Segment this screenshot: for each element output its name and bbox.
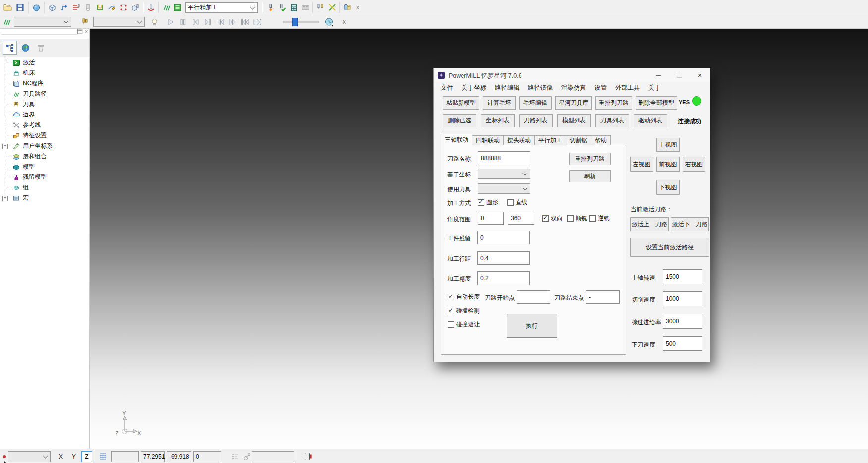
clock-icon[interactable] (323, 16, 334, 27)
pane-grip[interactable] (1, 31, 77, 35)
close-button[interactable]: × (693, 71, 707, 80)
paste-new-model-button[interactable]: 粘贴新模型 (443, 96, 479, 110)
menu-file[interactable]: 文件 (441, 84, 453, 92)
set-active-path-button[interactable]: 设置当前激活路径 (630, 238, 709, 257)
coord-list-button[interactable]: 坐标列表 (481, 114, 515, 127)
stock-edit-button[interactable]: 毛坯编辑 (519, 96, 552, 110)
activate-prev-toolpath-button[interactable]: 激活上一刀路 (630, 217, 669, 232)
stock-remain-input[interactable]: 0 (477, 231, 530, 244)
axis-y-button[interactable]: Y (68, 451, 79, 462)
fast-forward-icon[interactable] (227, 16, 238, 27)
menu-settings[interactable]: 设置 (594, 84, 607, 92)
tree-item-reference-line[interactable]: 参考线 (0, 120, 89, 130)
delete-all-models-button[interactable]: 删除全部模型 (636, 96, 677, 110)
sim-tool-select[interactable] (93, 17, 145, 27)
tree-item-workplane[interactable]: +用户坐标系 (0, 141, 89, 151)
maximize-button[interactable] (672, 71, 687, 80)
tool-check-icon[interactable] (277, 2, 288, 13)
menu-about[interactable]: 关于 (648, 84, 661, 92)
tree-item-activate[interactable]: 激活 (0, 58, 89, 68)
expand-toggle[interactable]: + (2, 196, 8, 201)
model-list-button[interactable]: 模型列表 (557, 114, 591, 127)
view-bottom-button[interactable]: 下视图 (656, 180, 680, 195)
angle-from-input[interactable]: 0 (478, 212, 504, 225)
stepover-input[interactable]: 0.4 (477, 251, 530, 265)
menu-path-edit[interactable]: 路径编辑 (495, 84, 520, 92)
end-point-input[interactable]: - (586, 290, 620, 304)
tab-parallel[interactable]: 平行加工 (534, 135, 566, 145)
tab-4axis[interactable]: 四轴联动 (472, 135, 504, 145)
plunge-speed-input[interactable]: 500 (663, 336, 702, 351)
view-top-button[interactable]: 上视图 (656, 138, 680, 152)
step-forward-icon[interactable] (202, 16, 213, 27)
collision-icon[interactable] (265, 2, 276, 13)
axis-z-button[interactable]: Z (81, 451, 92, 462)
strategy-list-icon[interactable] (172, 2, 183, 13)
tree-item-nc-program[interactable]: NC程序 (0, 78, 89, 89)
cylinders-icon[interactable] (342, 2, 352, 13)
collision-avoid-checkbox[interactable]: 碰撞避让 (448, 320, 480, 329)
minimize-button[interactable] (651, 71, 666, 80)
tree-view-icon[interactable] (3, 41, 17, 55)
tree-item-levels-sets[interactable]: 层和组合 (0, 151, 89, 162)
drive-list-button[interactable]: 驱动列表 (634, 114, 667, 127)
block-tool-icon[interactable] (130, 2, 141, 13)
toolbar-close-icon[interactable]: x (340, 18, 348, 26)
status-extra-field[interactable] (252, 451, 294, 462)
block-icon[interactable] (47, 2, 58, 13)
coord-z-field[interactable]: 0 (193, 451, 221, 462)
coord-y-field[interactable]: -69.918 (167, 451, 191, 462)
rapid-feed-input[interactable]: 3000 (663, 314, 702, 329)
menu-path-mirror[interactable]: 路径镜像 (528, 84, 553, 92)
toolpath-list-button[interactable]: 刀路列表 (519, 114, 553, 127)
tree-item-macro[interactable]: +宏 (0, 193, 89, 203)
status-left-select[interactable] (8, 451, 51, 462)
skip-end-icon[interactable] (252, 16, 263, 27)
toolpath-icon[interactable] (1, 16, 12, 27)
activate-next-toolpath-button[interactable]: 激活下一刀路 (671, 217, 709, 232)
snap-field[interactable] (111, 451, 139, 462)
raster-icon[interactable] (70, 2, 81, 13)
toolpath-draw-icon[interactable] (58, 2, 69, 13)
tree-item-toolpath[interactable]: 刀具路径 (0, 89, 89, 99)
strategy-preset-select[interactable]: 平行精加工 (185, 2, 258, 13)
view-front-button[interactable]: 前视图 (656, 157, 680, 172)
tree-item-group[interactable]: 组 (0, 182, 89, 193)
refresh-button[interactable]: 刷新 (569, 170, 611, 182)
spindle-speed-input[interactable]: 1500 (663, 269, 702, 284)
base-coord-select[interactable] (478, 169, 530, 179)
menu-coords[interactable]: 关于坐标 (462, 84, 486, 92)
toolpath-name-input[interactable]: 888888 (478, 151, 530, 165)
bulb-icon[interactable] (149, 16, 160, 27)
menu-render-sim[interactable]: 渲染仿真 (561, 84, 586, 92)
tree-item-model[interactable]: 模型 (0, 162, 89, 172)
trash-icon[interactable] (34, 41, 48, 55)
rewind-icon[interactable] (215, 16, 226, 27)
compute-stock-button[interactable]: 计算毛坯 (483, 96, 516, 110)
tab-cut-saw[interactable]: 切割锯 (566, 135, 591, 145)
mode-line-checkbox[interactable]: 直线 (507, 198, 527, 207)
sim-speed-slider-handle[interactable] (292, 18, 298, 26)
collision-check-checkbox[interactable]: 碰撞检测 (448, 307, 480, 315)
pane-toggle-icon[interactable] (302, 451, 313, 462)
angle-to-input[interactable]: 360 (508, 212, 534, 225)
pane-close-icon[interactable]: × (82, 28, 90, 36)
climb-checkbox[interactable]: 顺铣 (567, 214, 587, 223)
delete-selected-button[interactable]: 删除已选 (443, 114, 476, 127)
rearrange-toolpaths-button[interactable]: 重排列刀路 (595, 96, 632, 110)
globe-icon[interactable] (18, 41, 32, 55)
menu-external-tools[interactable]: 外部工具 (615, 84, 640, 92)
use-tool-select[interactable] (478, 183, 530, 194)
view-right-button[interactable]: 右视图 (683, 157, 705, 172)
expand-toggle[interactable]: + (2, 144, 8, 149)
tab-3axis[interactable]: 三轴联动 (441, 134, 472, 145)
dialog-titlebar[interactable]: PowerMILL 忆梦星河 7.0.6 × (434, 68, 710, 82)
tool-list-button[interactable]: 刀具列表 (595, 114, 629, 127)
tree-item-feature-set[interactable]: 特征设置 (0, 130, 89, 141)
shade-icon[interactable] (31, 2, 42, 13)
bidir-checkbox[interactable]: 双向 (542, 214, 563, 223)
coord-x-field[interactable]: 77.2951 (141, 451, 165, 462)
open-file-icon[interactable] (2, 2, 13, 13)
cutting-speed-input[interactable]: 1000 (663, 291, 702, 306)
ruler-icon[interactable] (300, 2, 311, 13)
